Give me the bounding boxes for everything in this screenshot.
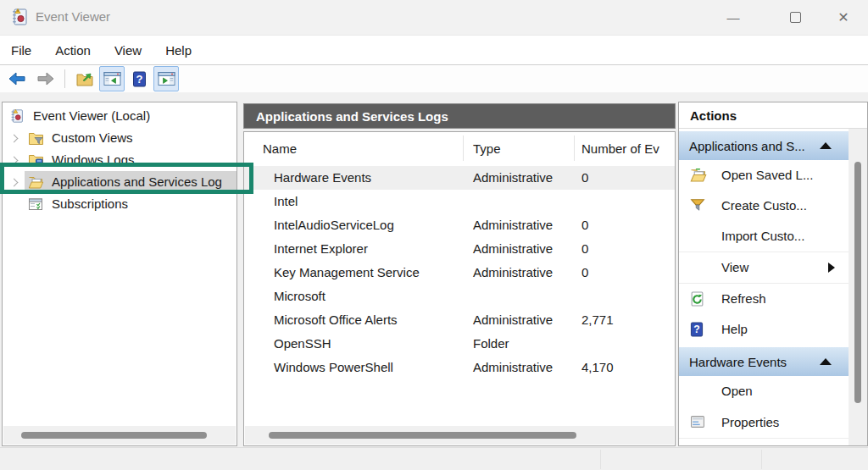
- cell-type: Administrative: [473, 360, 553, 374]
- action-partial-clipped[interactable]: [679, 439, 850, 445]
- cell-events: 2,771: [581, 312, 614, 327]
- cell-name: Windows PowerShell: [274, 360, 393, 374]
- export-log-button[interactable]: [72, 66, 97, 91]
- action-open[interactable]: Open: [679, 376, 850, 407]
- toolbar: ?: [0, 65, 868, 93]
- maximize-button[interactable]: [776, 0, 815, 35]
- action-view[interactable]: View: [679, 252, 850, 284]
- list-row-intelaudioservicelog[interactable]: IntelAudioServiceLog Administrative 0: [244, 213, 675, 237]
- status-bar: [0, 447, 868, 470]
- cell-name: Microsoft: [274, 289, 326, 303]
- menu-view[interactable]: View: [103, 36, 153, 64]
- close-button[interactable]: ✕: [824, 0, 863, 35]
- show-console-tree-button[interactable]: [99, 66, 125, 91]
- list-row-key-management-service[interactable]: Key Management Service Administrative 0: [244, 261, 675, 285]
- action-label: Properties: [721, 415, 779, 429]
- maximize-icon: [790, 12, 801, 23]
- cell-name: Hardware Events: [274, 170, 371, 185]
- title-bar: Event Viewer — ✕: [0, 0, 868, 35]
- actions-scrollbar-thumb[interactable]: [854, 162, 861, 403]
- collapse-icon[interactable]: [820, 358, 832, 365]
- chevron-right-icon[interactable]: [10, 179, 19, 187]
- actions-panel: Actions Applications and S...: [678, 102, 868, 446]
- list-scrollbar-thumb[interactable]: [269, 432, 576, 439]
- tree-item-event-viewer-local[interactable]: Event Viewer (Local): [3, 105, 236, 127]
- tree-horizontal-scrollbar[interactable]: [3, 426, 236, 445]
- tree-item-label: Custom Views: [52, 130, 133, 145]
- menu-bar: File Action View Help: [0, 35, 868, 65]
- tree-scrollbar-thumb[interactable]: [21, 432, 207, 439]
- cell-type: Administrative: [473, 312, 553, 327]
- back-arrow-icon: [8, 71, 28, 86]
- actions-vertical-scrollbar[interactable]: [849, 129, 867, 445]
- chevron-right-icon[interactable]: [10, 157, 19, 165]
- list-row-microsoft[interactable]: Microsoft: [244, 285, 675, 308]
- action-import-custom-view[interactable]: Import Custo...: [679, 221, 850, 252]
- action-label: Import Custo...: [721, 229, 804, 243]
- menu-file[interactable]: File: [0, 36, 43, 64]
- cell-type: Administrative: [473, 265, 553, 279]
- list-pane-header: Applications and Services Logs: [243, 103, 676, 129]
- export-folder-icon: [76, 71, 93, 86]
- column-divider[interactable]: [574, 135, 575, 161]
- minimize-button[interactable]: —: [714, 0, 753, 35]
- list-row-microsoft-office-alerts[interactable]: Microsoft Office Alerts Administrative 2…: [244, 308, 675, 332]
- tree-item-subscriptions[interactable]: Subscriptions: [3, 193, 236, 215]
- action-properties[interactable]: Properties: [679, 407, 850, 439]
- status-divider: [761, 450, 762, 469]
- tree-item-label: Windows Logs: [52, 152, 135, 167]
- column-header-name[interactable]: Name: [263, 141, 297, 156]
- event-viewer-app-icon: [11, 8, 28, 30]
- action-create-custom-view[interactable]: Create Custo...: [679, 191, 850, 221]
- back-button[interactable]: [5, 66, 31, 91]
- column-header-row: Name Type Number of Ev: [244, 132, 675, 166]
- actions-group-label: Applications and S...: [689, 139, 805, 153]
- column-header-type[interactable]: Type: [473, 141, 501, 156]
- filter-icon: [690, 198, 705, 215]
- console-tree-icon: [103, 71, 121, 86]
- menu-help[interactable]: Help: [153, 36, 203, 64]
- actions-group-label: Hardware Events: [689, 355, 787, 369]
- tree-item-custom-views[interactable]: Custom Views: [3, 127, 236, 149]
- properties-icon: [690, 415, 705, 431]
- action-help[interactable]: ? Help: [679, 314, 850, 347]
- svg-text:?: ?: [136, 73, 142, 86]
- submenu-arrow-icon: [828, 263, 835, 273]
- folder-filter-icon: [28, 131, 44, 147]
- status-divider: [600, 450, 601, 469]
- list-row-windows-powershell[interactable]: Windows PowerShell Administrative 4,170: [244, 356, 675, 379]
- cell-type: Administrative: [473, 241, 553, 256]
- show-action-pane-button[interactable]: [153, 66, 179, 91]
- actions-group-applications-header[interactable]: Applications and S...: [679, 131, 850, 160]
- action-label: Help: [721, 322, 748, 336]
- svg-text:?: ?: [693, 323, 699, 335]
- action-open-saved-log[interactable]: Open Saved L...: [679, 160, 850, 191]
- list-row-openssh[interactable]: OpenSSH Folder: [244, 332, 675, 356]
- tree-item-windows-logs[interactable]: Windows Logs: [3, 149, 236, 171]
- tree-item-applications-and-services-log[interactable]: Applications and Services Log: [3, 171, 236, 193]
- help-icon: ?: [132, 71, 147, 87]
- tree-item-label: Subscriptions: [52, 196, 128, 211]
- column-divider[interactable]: [463, 135, 464, 161]
- actions-group-hardware-events-header[interactable]: Hardware Events: [679, 347, 850, 376]
- cell-name: Intel: [274, 194, 298, 208]
- chevron-right-icon[interactable]: [10, 135, 19, 143]
- actions-title: Actions: [690, 108, 737, 123]
- cell-events: 0: [581, 218, 588, 232]
- event-viewer-icon: [10, 108, 24, 126]
- open-folder-icon: [690, 168, 707, 185]
- main-area: Event Viewer (Local) Custom Views: [0, 92, 868, 447]
- forward-button[interactable]: [32, 66, 58, 91]
- action-refresh[interactable]: Refresh: [679, 284, 850, 314]
- action-label: Create Custo...: [721, 198, 807, 213]
- list-row-hardware-events[interactable]: Hardware Events Administrative 0: [244, 166, 675, 190]
- column-header-number-of-events[interactable]: Number of Ev: [581, 141, 659, 156]
- collapse-icon[interactable]: [820, 142, 832, 149]
- folder-open-icon: [28, 175, 44, 191]
- menu-action[interactable]: Action: [43, 36, 103, 64]
- list-horizontal-scrollbar[interactable]: [245, 426, 674, 445]
- action-label: Open Saved L...: [721, 168, 813, 182]
- help-button[interactable]: ?: [126, 66, 152, 91]
- list-row-internet-explorer[interactable]: Internet Explorer Administrative 0: [244, 237, 675, 261]
- list-row-intel[interactable]: Intel: [244, 190, 675, 213]
